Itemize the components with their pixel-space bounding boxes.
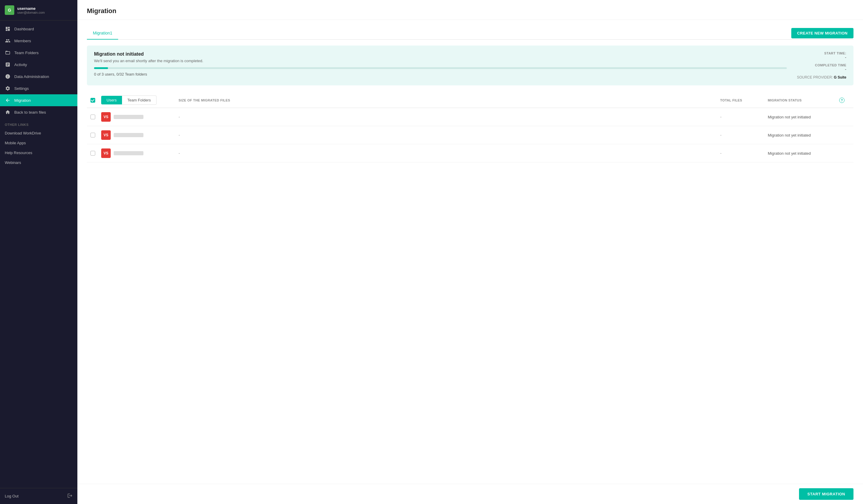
sidebar-item-label: Team Folders	[14, 51, 39, 55]
start-time-value: -	[787, 55, 846, 60]
sidebar-nav: Dashboard Members Team Folders Activity	[0, 21, 77, 488]
table-row: VS - - Migration not yet initiated	[87, 144, 853, 162]
sidebar-item-label: Back to team files	[14, 110, 46, 115]
header-status: MIGRATION STATUS	[768, 99, 839, 102]
sidebar-item-label: Settings	[14, 86, 29, 91]
row-1-avatar: VS	[101, 112, 111, 122]
row-1-status: Migration not yet initiated	[768, 115, 839, 119]
tabs-list: Migration1	[87, 27, 118, 39]
row-2-status: Migration not yet initiated	[768, 133, 839, 137]
sidebar-item-data-administration[interactable]: Data Administration	[0, 71, 77, 83]
sidebar-item-activity[interactable]: Activity	[0, 59, 77, 71]
row-3-total: -	[720, 151, 768, 155]
user-email: user@domain.com	[17, 11, 45, 14]
header-help: ?	[839, 98, 850, 103]
row-1-checkbox-cell	[90, 115, 101, 119]
logout-button[interactable]: Log Out	[5, 494, 18, 498]
status-subtitle: We'll send you an email shortly after th…	[94, 59, 787, 63]
team-folders-icon	[5, 50, 11, 55]
start-migration-button[interactable]: START MIGRATION	[799, 488, 853, 500]
row-2-checkbox[interactable]	[90, 133, 95, 137]
row-2-total: -	[720, 133, 768, 137]
sidebar-footer: Log Out	[0, 488, 77, 504]
sidebar-item-team-folders[interactable]: Team Folders	[0, 47, 77, 59]
source-provider-value: G Suite	[834, 75, 846, 79]
settings-icon	[5, 85, 11, 91]
source-provider: SOURCE PROVIDER: G Suite	[787, 75, 846, 79]
source-provider-label: SOURCE PROVIDER:	[797, 75, 833, 79]
help-icon[interactable]: ?	[839, 98, 845, 103]
migration-icon	[5, 97, 11, 103]
page-title: Migration	[87, 7, 853, 15]
other-links-label: OTHER LINKS	[0, 118, 77, 128]
sidebar-item-label: Activity	[14, 62, 27, 67]
sidebar-item-back-to-team[interactable]: Back to team files	[0, 106, 77, 118]
progress-track	[94, 67, 787, 69]
row-1-user-cell: VS	[101, 112, 178, 122]
tab-migration1[interactable]: Migration1	[87, 27, 118, 40]
row-1-size: -	[178, 115, 720, 119]
row-2-user-cell: VS	[101, 130, 178, 140]
sidebar-item-members[interactable]: Members	[0, 35, 77, 47]
back-icon	[5, 109, 11, 115]
start-time-label: START TIME:	[787, 51, 846, 55]
user-info: username user@domain.com	[17, 6, 45, 14]
table-row: VS - - Migration not yet initiated	[87, 126, 853, 144]
row-1-checkbox[interactable]	[90, 115, 95, 119]
sidebar-item-dashboard[interactable]: Dashboard	[0, 23, 77, 35]
avatar: G	[5, 5, 14, 15]
dashboard-icon	[5, 26, 11, 32]
row-3-user-cell: VS	[101, 149, 178, 158]
sidebar-item-label: Data Administration	[14, 74, 49, 79]
select-all-checkbox[interactable]	[90, 98, 95, 103]
bottom-bar: START MIGRATION	[77, 484, 863, 504]
table-container: Users Team Folders SIZE OF THE MIGRATED …	[87, 92, 853, 162]
table-row: VS - - Migration not yet initiated	[87, 108, 853, 126]
header-total: TOTAL FILES	[720, 99, 768, 102]
row-2-checkbox-cell	[90, 133, 101, 137]
status-card: Migration not initiated We'll send you a…	[87, 46, 853, 85]
sidebar-header: G username user@domain.com	[0, 0, 77, 21]
completed-time-value: -	[787, 67, 846, 72]
row-1-total: -	[720, 115, 768, 119]
data-admin-icon	[5, 74, 11, 79]
sidebar-item-settings[interactable]: Settings	[0, 83, 77, 94]
row-3-avatar: VS	[101, 149, 111, 158]
row-1-name	[114, 115, 143, 119]
sidebar-item-migration[interactable]: Migration	[0, 94, 77, 106]
row-2-avatar: VS	[101, 130, 111, 140]
main-header: Migration	[77, 0, 863, 20]
sidebar-item-label: Migration	[14, 98, 31, 103]
row-3-status: Migration not yet initiated	[768, 151, 839, 155]
row-2-size: -	[178, 133, 720, 137]
status-left: Migration not initiated We'll send you a…	[94, 51, 787, 76]
row-3-checkbox-cell	[90, 151, 101, 155]
toggle-team-folders-button[interactable]: Team Folders	[122, 96, 157, 105]
row-2-name	[114, 133, 143, 137]
status-counts: 0 of 3 users, 0/32 Team folders	[94, 72, 787, 76]
header-select	[90, 98, 101, 103]
row-3-name	[114, 151, 143, 155]
toggle-users-button[interactable]: Users	[101, 96, 122, 104]
main-content: Migration Migration1 CREATE NEW MIGRATIO…	[77, 0, 863, 504]
status-right: START TIME: - COMPLETED TIME - SOURCE PR…	[787, 51, 846, 79]
sidebar: G username user@domain.com Dashboard Mem…	[0, 0, 77, 504]
sidebar-link-help-resources[interactable]: Help Resources	[0, 148, 77, 158]
sidebar-item-label: Dashboard	[14, 27, 34, 31]
create-migration-button[interactable]: CREATE NEW MIGRATION	[791, 28, 853, 38]
status-title: Migration not initiated	[94, 51, 787, 57]
row-3-checkbox[interactable]	[90, 151, 95, 155]
logout-icon	[67, 493, 73, 499]
header-toggle-tabs: Users Team Folders	[101, 96, 178, 105]
sidebar-link-download-workdrive[interactable]: Download WorkDrive	[0, 128, 77, 138]
user-name: username	[17, 6, 45, 11]
row-3-size: -	[178, 151, 720, 155]
sidebar-link-webinars[interactable]: Webinars	[0, 158, 77, 167]
activity-icon	[5, 62, 11, 67]
tabs-bar: Migration1 CREATE NEW MIGRATION	[87, 27, 853, 40]
sidebar-item-label: Members	[14, 39, 31, 43]
content-area: Migration1 CREATE NEW MIGRATION Migratio…	[77, 20, 863, 504]
sidebar-link-mobile-apps[interactable]: Mobile Apps	[0, 138, 77, 148]
members-icon	[5, 38, 11, 44]
header-size: SIZE OF THE MIGRATED FILES	[178, 99, 720, 102]
